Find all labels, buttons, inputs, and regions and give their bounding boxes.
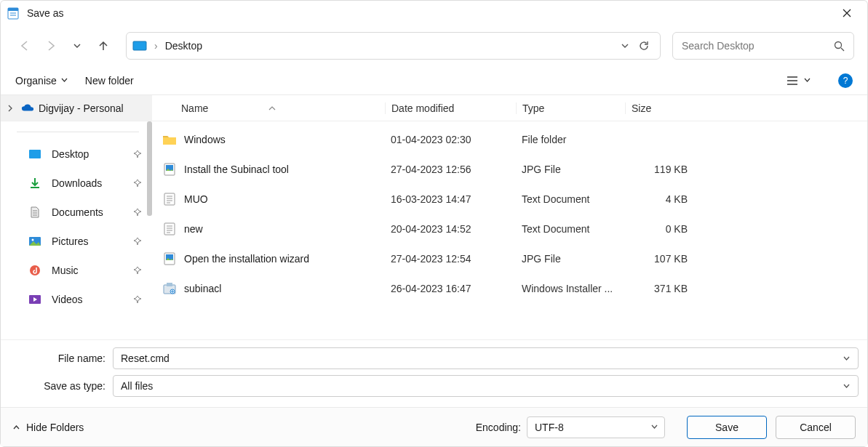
search-placeholder: Search Desktop — [682, 40, 834, 52]
notepad-icon — [7, 7, 20, 20]
file-date: 01-04-2023 02:30 — [385, 134, 516, 145]
address-dropdown[interactable] — [621, 41, 629, 50]
save-fields: File name: Reset.cmd Save as type: All f… — [1, 339, 867, 407]
window-title: Save as — [27, 7, 64, 19]
file-date: 27-04-2023 12:56 — [385, 164, 516, 175]
svg-rect-35 — [167, 283, 172, 286]
desktop-crumb-icon — [132, 40, 147, 52]
file-name: Windows — [184, 134, 226, 145]
sidebar-item-desktop[interactable]: Desktop — [1, 140, 152, 169]
list-view-icon — [787, 76, 798, 86]
savetype-select[interactable]: All files — [113, 375, 859, 397]
column-header: Name Date modified Type Size — [152, 95, 867, 121]
organise-menu[interactable]: Organise — [15, 75, 68, 86]
file-size: 371 KB — [625, 283, 698, 294]
sidebar-item-pictures[interactable]: Pictures — [1, 227, 152, 256]
chevron-down-icon[interactable] — [843, 355, 851, 363]
chevron-up-icon — [12, 423, 20, 431]
sidebar-item-documents[interactable]: Documents — [1, 198, 152, 227]
search-input[interactable]: Search Desktop — [672, 32, 854, 60]
file-row[interactable]: Install the Subinacl tool 27-04-2023 12:… — [152, 154, 867, 184]
column-name[interactable]: Name — [152, 102, 385, 114]
file-row[interactable]: Windows 01-04-2023 02:30 File folder — [152, 124, 867, 154]
file-name: Open the installation wizard — [184, 253, 309, 265]
chevron-down-icon — [804, 77, 811, 84]
search-icon — [834, 41, 845, 52]
pin-icon — [133, 295, 142, 304]
msi-icon — [162, 281, 177, 296]
svg-rect-4 — [133, 41, 146, 50]
address-bar[interactable]: › Desktop — [126, 32, 661, 60]
sidebar-item-downloads[interactable]: Downloads — [1, 169, 152, 198]
file-pane: Name Date modified Type Size Windows 01-… — [152, 95, 867, 339]
pin-icon — [133, 150, 142, 158]
help-button[interactable]: ? — [838, 73, 853, 88]
file-row[interactable]: MUO 16-03-2023 14:47 Text Document 4 KB — [152, 184, 867, 214]
savetype-value: All files — [121, 380, 153, 392]
save-button[interactable]: Save — [687, 416, 767, 439]
file-list: Windows 01-04-2023 02:30 File folder Ins… — [152, 121, 867, 339]
chevron-down-icon[interactable] — [843, 382, 851, 390]
new-folder-button[interactable]: New folder — [85, 75, 134, 86]
file-size: 119 KB — [625, 164, 698, 175]
sidebar-scrollbar[interactable] — [147, 121, 152, 216]
file-size: 4 KB — [625, 193, 698, 205]
refresh-button[interactable] — [634, 40, 654, 52]
sidebar-item-label: Desktop — [52, 148, 89, 160]
up-button[interactable] — [92, 35, 114, 57]
onedrive-label: Digvijay - Personal — [39, 102, 124, 114]
hide-folders-label: Hide Folders — [26, 422, 84, 433]
column-date[interactable]: Date modified — [385, 102, 516, 114]
svg-rect-22 — [164, 193, 175, 205]
close-button[interactable] — [832, 2, 861, 24]
file-date: 26-04-2023 16:47 — [385, 283, 516, 294]
encoding-value: UTF-8 — [535, 422, 564, 433]
svg-point-6 — [835, 41, 842, 48]
encoding-label: Encoding: — [476, 422, 521, 433]
onedrive-icon — [21, 102, 34, 115]
file-name: Install the Subinacl tool — [184, 164, 289, 175]
filename-input[interactable]: Reset.cmd — [113, 347, 859, 369]
view-menu[interactable] — [787, 76, 811, 86]
jpg-icon — [162, 162, 177, 177]
nav-row: › Desktop Search Desktop — [1, 25, 867, 66]
chevron-right-icon[interactable] — [7, 105, 17, 112]
breadcrumb-desktop[interactable]: Desktop — [165, 40, 616, 52]
pin-icon — [133, 179, 142, 188]
file-row[interactable]: new 20-04-2023 14:52 Text Document 0 KB — [152, 214, 867, 243]
file-row[interactable]: subinacl 26-04-2023 16:47 Windows Instal… — [152, 273, 867, 303]
sidebar-item-label: Downloads — [52, 177, 102, 189]
pin-icon — [133, 237, 142, 246]
file-row[interactable]: Open the installation wizard 27-04-2023 … — [152, 243, 867, 273]
column-type[interactable]: Type — [516, 102, 625, 114]
svg-line-7 — [841, 48, 844, 51]
music-icon — [28, 264, 41, 277]
sidebar: Digvijay - Personal Desktop Downloads Do… — [1, 95, 152, 339]
chevron-down-icon — [650, 423, 658, 431]
cancel-button[interactable]: Cancel — [776, 416, 856, 439]
forward-button[interactable] — [40, 35, 62, 57]
sidebar-item-videos[interactable]: Videos — [1, 285, 152, 314]
recent-dropdown[interactable] — [66, 35, 88, 57]
back-button[interactable] — [14, 35, 36, 57]
column-size[interactable]: Size — [625, 102, 698, 114]
hide-folders-button[interactable]: Hide Folders — [12, 422, 84, 433]
sidebar-item-label: Videos — [52, 294, 83, 305]
encoding-select[interactable]: UTF-8 — [527, 416, 665, 438]
pin-icon — [133, 208, 142, 217]
sidebar-item-music[interactable]: Music — [1, 256, 152, 285]
sidebar-separator — [17, 132, 139, 132]
folder-icon — [162, 132, 177, 147]
filename-label: File name: — [9, 353, 113, 364]
pin-icon — [133, 266, 142, 275]
jpg-icon — [162, 251, 177, 266]
pictures-icon — [28, 235, 41, 248]
svg-rect-1 — [8, 8, 18, 11]
onedrive-tree-item[interactable]: Digvijay - Personal — [1, 95, 152, 121]
column-name-label: Name — [181, 102, 208, 114]
svg-point-17 — [32, 239, 34, 241]
documents-icon — [28, 206, 41, 219]
videos-icon — [28, 293, 41, 306]
file-name: MUO — [184, 193, 208, 205]
file-name: new — [184, 223, 203, 235]
